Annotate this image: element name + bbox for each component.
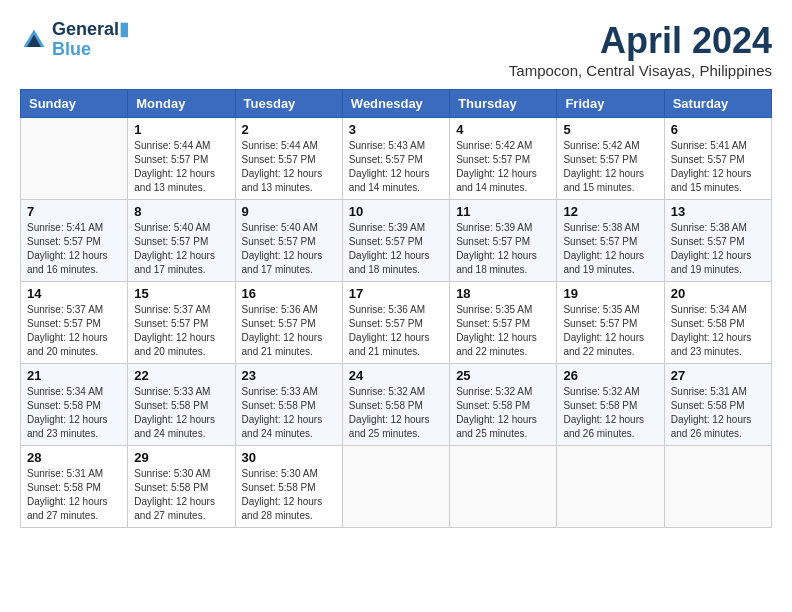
- day-info: Sunrise: 5:32 AMSunset: 5:58 PMDaylight:…: [349, 385, 443, 441]
- day-number: 7: [27, 204, 121, 219]
- calendar-cell: 3Sunrise: 5:43 AMSunset: 5:57 PMDaylight…: [342, 118, 449, 200]
- day-number: 5: [563, 122, 657, 137]
- day-info: Sunrise: 5:37 AMSunset: 5:57 PMDaylight:…: [134, 303, 228, 359]
- calendar-cell: 8Sunrise: 5:40 AMSunset: 5:57 PMDaylight…: [128, 200, 235, 282]
- logo-icon: [20, 26, 48, 54]
- day-info: Sunrise: 5:38 AMSunset: 5:57 PMDaylight:…: [671, 221, 765, 277]
- day-info: Sunrise: 5:37 AMSunset: 5:57 PMDaylight:…: [27, 303, 121, 359]
- day-info: Sunrise: 5:30 AMSunset: 5:58 PMDaylight:…: [134, 467, 228, 523]
- day-number: 9: [242, 204, 336, 219]
- calendar-cell: 20Sunrise: 5:34 AMSunset: 5:58 PMDayligh…: [664, 282, 771, 364]
- day-info: Sunrise: 5:41 AMSunset: 5:57 PMDaylight:…: [671, 139, 765, 195]
- day-of-week-header: Friday: [557, 90, 664, 118]
- calendar-cell: 9Sunrise: 5:40 AMSunset: 5:57 PMDaylight…: [235, 200, 342, 282]
- day-number: 30: [242, 450, 336, 465]
- day-number: 8: [134, 204, 228, 219]
- calendar-cell: 7Sunrise: 5:41 AMSunset: 5:57 PMDaylight…: [21, 200, 128, 282]
- calendar-cell: 16Sunrise: 5:36 AMSunset: 5:57 PMDayligh…: [235, 282, 342, 364]
- day-info: Sunrise: 5:32 AMSunset: 5:58 PMDaylight:…: [563, 385, 657, 441]
- day-number: 23: [242, 368, 336, 383]
- calendar-cell: [21, 118, 128, 200]
- day-number: 17: [349, 286, 443, 301]
- day-number: 6: [671, 122, 765, 137]
- calendar-cell: [557, 446, 664, 528]
- day-number: 24: [349, 368, 443, 383]
- day-number: 20: [671, 286, 765, 301]
- title-block: April 2024 Tampocon, Central Visayas, Ph…: [509, 20, 772, 79]
- day-of-week-header: Sunday: [21, 90, 128, 118]
- day-number: 28: [27, 450, 121, 465]
- calendar-cell: 22Sunrise: 5:33 AMSunset: 5:58 PMDayligh…: [128, 364, 235, 446]
- calendar-cell: 1Sunrise: 5:44 AMSunset: 5:57 PMDaylight…: [128, 118, 235, 200]
- day-info: Sunrise: 5:39 AMSunset: 5:57 PMDaylight:…: [456, 221, 550, 277]
- day-number: 29: [134, 450, 228, 465]
- day-number: 25: [456, 368, 550, 383]
- calendar-cell: 17Sunrise: 5:36 AMSunset: 5:57 PMDayligh…: [342, 282, 449, 364]
- day-number: 12: [563, 204, 657, 219]
- calendar-cell: 2Sunrise: 5:44 AMSunset: 5:57 PMDaylight…: [235, 118, 342, 200]
- day-number: 10: [349, 204, 443, 219]
- calendar-cell: [664, 446, 771, 528]
- day-info: Sunrise: 5:31 AMSunset: 5:58 PMDaylight:…: [671, 385, 765, 441]
- day-info: Sunrise: 5:36 AMSunset: 5:57 PMDaylight:…: [242, 303, 336, 359]
- calendar-cell: 27Sunrise: 5:31 AMSunset: 5:58 PMDayligh…: [664, 364, 771, 446]
- day-number: 22: [134, 368, 228, 383]
- day-info: Sunrise: 5:42 AMSunset: 5:57 PMDaylight:…: [456, 139, 550, 195]
- day-of-week-header: Wednesday: [342, 90, 449, 118]
- day-number: 1: [134, 122, 228, 137]
- day-info: Sunrise: 5:44 AMSunset: 5:57 PMDaylight:…: [242, 139, 336, 195]
- calendar-cell: 24Sunrise: 5:32 AMSunset: 5:58 PMDayligh…: [342, 364, 449, 446]
- day-number: 18: [456, 286, 550, 301]
- day-info: Sunrise: 5:35 AMSunset: 5:57 PMDaylight:…: [563, 303, 657, 359]
- day-number: 3: [349, 122, 443, 137]
- day-info: Sunrise: 5:39 AMSunset: 5:57 PMDaylight:…: [349, 221, 443, 277]
- day-info: Sunrise: 5:34 AMSunset: 5:58 PMDaylight:…: [671, 303, 765, 359]
- day-number: 14: [27, 286, 121, 301]
- day-info: Sunrise: 5:33 AMSunset: 5:58 PMDaylight:…: [134, 385, 228, 441]
- calendar-cell: 30Sunrise: 5:30 AMSunset: 5:58 PMDayligh…: [235, 446, 342, 528]
- day-info: Sunrise: 5:38 AMSunset: 5:57 PMDaylight:…: [563, 221, 657, 277]
- calendar-cell: 29Sunrise: 5:30 AMSunset: 5:58 PMDayligh…: [128, 446, 235, 528]
- day-info: Sunrise: 5:41 AMSunset: 5:57 PMDaylight:…: [27, 221, 121, 277]
- calendar-cell: 23Sunrise: 5:33 AMSunset: 5:58 PMDayligh…: [235, 364, 342, 446]
- calendar-cell: 28Sunrise: 5:31 AMSunset: 5:58 PMDayligh…: [21, 446, 128, 528]
- calendar-cell: 25Sunrise: 5:32 AMSunset: 5:58 PMDayligh…: [450, 364, 557, 446]
- day-info: Sunrise: 5:36 AMSunset: 5:57 PMDaylight:…: [349, 303, 443, 359]
- day-number: 11: [456, 204, 550, 219]
- calendar-cell: [450, 446, 557, 528]
- day-info: Sunrise: 5:33 AMSunset: 5:58 PMDaylight:…: [242, 385, 336, 441]
- day-number: 19: [563, 286, 657, 301]
- calendar-cell: 11Sunrise: 5:39 AMSunset: 5:57 PMDayligh…: [450, 200, 557, 282]
- day-info: Sunrise: 5:44 AMSunset: 5:57 PMDaylight:…: [134, 139, 228, 195]
- logo-text: General▮ Blue: [52, 20, 129, 60]
- calendar-cell: 12Sunrise: 5:38 AMSunset: 5:57 PMDayligh…: [557, 200, 664, 282]
- day-of-week-header: Monday: [128, 90, 235, 118]
- day-of-week-header: Tuesday: [235, 90, 342, 118]
- day-of-week-header: Thursday: [450, 90, 557, 118]
- day-info: Sunrise: 5:35 AMSunset: 5:57 PMDaylight:…: [456, 303, 550, 359]
- day-info: Sunrise: 5:42 AMSunset: 5:57 PMDaylight:…: [563, 139, 657, 195]
- day-number: 4: [456, 122, 550, 137]
- logo: General▮ Blue: [20, 20, 129, 60]
- month-title: April 2024: [509, 20, 772, 62]
- calendar-cell: 4Sunrise: 5:42 AMSunset: 5:57 PMDaylight…: [450, 118, 557, 200]
- day-number: 2: [242, 122, 336, 137]
- calendar-cell: 13Sunrise: 5:38 AMSunset: 5:57 PMDayligh…: [664, 200, 771, 282]
- location-subtitle: Tampocon, Central Visayas, Philippines: [509, 62, 772, 79]
- calendar-cell: 26Sunrise: 5:32 AMSunset: 5:58 PMDayligh…: [557, 364, 664, 446]
- calendar-cell: 21Sunrise: 5:34 AMSunset: 5:58 PMDayligh…: [21, 364, 128, 446]
- day-of-week-header: Saturday: [664, 90, 771, 118]
- day-number: 15: [134, 286, 228, 301]
- calendar-cell: 18Sunrise: 5:35 AMSunset: 5:57 PMDayligh…: [450, 282, 557, 364]
- day-info: Sunrise: 5:32 AMSunset: 5:58 PMDaylight:…: [456, 385, 550, 441]
- calendar-cell: 5Sunrise: 5:42 AMSunset: 5:57 PMDaylight…: [557, 118, 664, 200]
- calendar-cell: 19Sunrise: 5:35 AMSunset: 5:57 PMDayligh…: [557, 282, 664, 364]
- calendar-cell: 6Sunrise: 5:41 AMSunset: 5:57 PMDaylight…: [664, 118, 771, 200]
- day-info: Sunrise: 5:34 AMSunset: 5:58 PMDaylight:…: [27, 385, 121, 441]
- calendar-cell: 15Sunrise: 5:37 AMSunset: 5:57 PMDayligh…: [128, 282, 235, 364]
- calendar-cell: [342, 446, 449, 528]
- calendar-table: SundayMondayTuesdayWednesdayThursdayFrid…: [20, 89, 772, 528]
- day-info: Sunrise: 5:43 AMSunset: 5:57 PMDaylight:…: [349, 139, 443, 195]
- day-info: Sunrise: 5:31 AMSunset: 5:58 PMDaylight:…: [27, 467, 121, 523]
- day-number: 16: [242, 286, 336, 301]
